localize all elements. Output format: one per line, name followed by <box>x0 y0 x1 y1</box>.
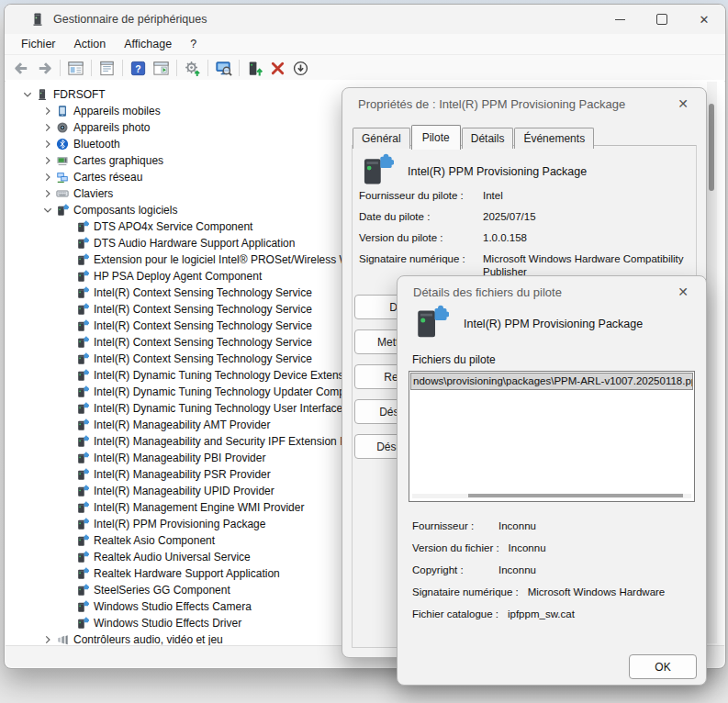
chevron-right-icon[interactable] <box>40 153 55 168</box>
tree-item-label: Extension pour le logiciel Intel® PROSet… <box>94 253 362 266</box>
chevron-spacer <box>61 352 75 366</box>
driver-files-listbox[interactable]: ndows\provisioning\packages\PPM-ARL-v100… <box>409 371 695 502</box>
chevron-spacer <box>61 566 75 581</box>
chevron-spacer <box>61 401 75 416</box>
field-label: Signataire numérique : <box>412 586 519 598</box>
chevron-spacer <box>61 484 75 498</box>
action-pane-icon[interactable] <box>150 58 173 79</box>
chevron-right-icon[interactable] <box>40 186 55 201</box>
close-button[interactable]: ✕ <box>683 5 725 34</box>
toolbar-separator <box>60 60 61 76</box>
field-value: Inconnu <box>498 564 536 576</box>
component-icon <box>75 418 90 432</box>
close-icon: ✕ <box>678 285 689 299</box>
tree-item-label: Realtek Audio Universal Service <box>94 551 251 564</box>
field-row: Fichier catalogue :ipfppm_sw.cat <box>412 608 695 620</box>
tree-item-label: Realtek Hardware Support Application <box>94 567 280 580</box>
field-row: Fournisseur :Inconnu <box>412 520 695 532</box>
tree-item-label: Intel(R) Manageability PSR Provider <box>94 468 271 481</box>
listbox-items: ndows\provisioning\packages\PPM-ARL-v100… <box>410 373 693 390</box>
chevron-right-icon[interactable] <box>40 137 55 151</box>
component-icon <box>75 303 90 317</box>
help-icon[interactable]: ? <box>127 58 150 79</box>
component-icon <box>75 435 90 449</box>
main-vertical-scrollbar[interactable] <box>707 82 717 643</box>
tree-item-label: Cartes graphiques <box>73 154 163 167</box>
component-icon <box>75 468 90 482</box>
network-icon <box>55 171 70 184</box>
driver-file-details-dialog: Détails des fichiers du pilote ✕ Intel(R… <box>397 275 707 686</box>
minimize-button[interactable] <box>599 5 641 34</box>
close-icon: ✕ <box>678 96 689 111</box>
tree-item-label: DTS Audio Hardware Support Application <box>94 237 295 250</box>
chevron-down-icon[interactable] <box>40 203 55 218</box>
uninstall-icon[interactable] <box>266 58 289 79</box>
field-value: ipfppm_sw.cat <box>508 608 575 620</box>
dialog-close-button[interactable]: ✕ <box>669 92 697 116</box>
component-icon <box>75 518 90 531</box>
maximize-button[interactable] <box>641 5 683 34</box>
disable-icon[interactable] <box>289 58 312 79</box>
desktop: Gestionnaire de périphériques ✕ FichierA… <box>0 0 728 703</box>
component-icon <box>75 237 90 251</box>
device-name: Intel(R) PPM Provisioning Package <box>464 318 643 330</box>
component-icon <box>75 584 90 597</box>
chevron-right-icon[interactable] <box>40 120 55 135</box>
tree-item-label: Composants logiciels <box>73 204 177 217</box>
field-row: Version du pilote :1.0.0.158 <box>359 231 689 244</box>
chevron-spacer <box>61 451 75 465</box>
scan-hardware-icon[interactable] <box>212 58 235 79</box>
chevron-spacer <box>61 533 75 548</box>
tab-détails[interactable]: Détails <box>462 128 514 149</box>
field-label: Fournisseur du pilote : <box>359 189 483 202</box>
ok-button[interactable]: OK <box>629 654 697 679</box>
listbox-horizontal-scrollbar[interactable] <box>412 494 691 498</box>
svg-text:?: ? <box>135 63 140 73</box>
component-icon <box>75 402 90 416</box>
chevron-spacer <box>61 500 75 515</box>
tree-item-label: Cartes réseau <box>73 171 142 184</box>
forward-icon[interactable] <box>33 58 56 79</box>
maximize-icon <box>656 14 667 25</box>
gear-update-icon[interactable] <box>181 58 204 79</box>
tree-item-label: DTS APO4x Service Component <box>94 220 252 233</box>
chevron-right-icon[interactable] <box>40 104 55 118</box>
field-row: Copyright :Inconnu <box>412 564 695 576</box>
dialog-close-button[interactable]: ✕ <box>669 280 697 304</box>
chevron-right-icon[interactable] <box>40 170 55 184</box>
back-icon[interactable] <box>10 58 33 79</box>
scrollbar-thumb[interactable] <box>709 104 714 191</box>
component-icon <box>55 204 70 218</box>
tree-item-label: Claviers <box>73 187 113 200</box>
chevron-down-icon[interactable] <box>20 87 35 102</box>
tree-item-label: Windows Studio Effects Camera <box>94 600 252 613</box>
component-icon <box>75 617 90 630</box>
field-value: Intel <box>483 189 689 202</box>
menu-item-help[interactable]: ? <box>181 36 206 52</box>
console-tree-icon[interactable] <box>64 58 87 79</box>
title-bar: Gestionnaire de périphériques ✕ <box>5 5 725 34</box>
properties-icon[interactable] <box>95 58 118 79</box>
dialog-title-bar: Propriétés de : Intel(R) PPM Provisionin… <box>342 88 706 119</box>
tree-item-label: Intel(R) Context Sensing Technology Serv… <box>94 286 312 299</box>
chevron-spacer <box>61 385 75 399</box>
tab-général[interactable]: Général <box>353 128 410 149</box>
driver-files-label: Fichiers du pilote <box>412 353 496 366</box>
menu-item-affichage[interactable]: Affichage <box>115 36 181 52</box>
close-icon: ✕ <box>700 14 710 26</box>
tab-pilote[interactable]: Pilote <box>411 125 461 150</box>
tab-événements[interactable]: Événements <box>514 128 594 149</box>
chevron-spacer <box>61 418 75 432</box>
menu-item-fichier[interactable]: Fichier <box>12 36 65 52</box>
tree-item-label: Intel(R) Manageability and Security IPF … <box>94 435 381 448</box>
tree-item-label: HP PSA Deploy Agent Component <box>94 270 262 283</box>
update-driver-icon[interactable] <box>243 58 266 79</box>
chevron-right-icon[interactable] <box>40 632 55 646</box>
field-value: Microsoft Windows Hardware <box>528 586 666 598</box>
tree-item-label: SteelSeries GG Component <box>94 584 230 597</box>
driver-file-item[interactable]: ndows\provisioning\packages\PPM-ARL-v100… <box>410 373 693 390</box>
menu-item-action[interactable]: Action <box>65 36 116 52</box>
component-icon <box>75 385 90 399</box>
component-icon <box>75 551 90 564</box>
scrollbar-thumb[interactable] <box>468 494 683 497</box>
